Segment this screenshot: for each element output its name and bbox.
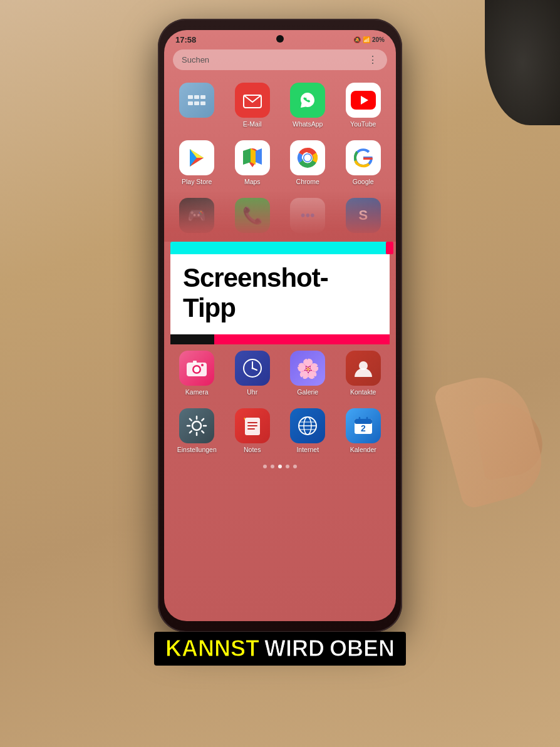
black-accent-bottom (170, 334, 214, 344)
app-label-google: Google (353, 178, 374, 185)
camera-notch (276, 35, 284, 43)
svg-rect-4 (194, 101, 199, 105)
subtitle-word1: KANNST (165, 636, 259, 661)
app-item-google[interactable]: Google (337, 137, 390, 189)
app-item-samsung2[interactable]: S (337, 194, 390, 239)
app-item-playstore[interactable]: Play Store (170, 137, 224, 189)
app-label-chrome: Chrome (296, 178, 319, 185)
svg-rect-25 (193, 361, 197, 364)
status-time: 17:58 (175, 35, 196, 44)
network-icon: 📶 (363, 36, 370, 43)
whatsapp-icon-svg (296, 88, 319, 112)
app-grid-row5: Einstellungen Notes (164, 402, 396, 460)
einstellungen-icon (179, 408, 214, 443)
page-dot-5 (293, 465, 297, 468)
app-label-kamera: Kamera (185, 388, 209, 396)
app-item-more[interactable]: ••• (281, 194, 334, 239)
app-grid-row2: Play Store Maps (164, 134, 396, 192)
maps-icon (235, 140, 270, 175)
app-label-internet: Internet (296, 446, 319, 453)
maps-icon-svg (241, 146, 264, 170)
app-item-email[interactable]: E-Mail (226, 79, 279, 131)
kontakte-icon (346, 351, 381, 386)
app-item-einstellungen[interactable]: Einstellungen (170, 404, 224, 457)
app-grid-row4: Kamera Uhr 🌸 Galerie (164, 344, 396, 402)
app-label-whatsapp: WhatsApp (293, 120, 323, 128)
app-item-phone[interactable]: 📞 (226, 194, 279, 239)
app-grid-row1: E-Mail WhatsApp (164, 76, 396, 134)
app-grid-row3-partial: 🎮 📞 ••• S (164, 192, 396, 242)
app-item-kontakte[interactable]: Kontakte (337, 347, 390, 399)
samsung-logo-svg (185, 89, 208, 111)
tiktok-red-accent (386, 242, 393, 254)
app-item-internet[interactable]: Internet (281, 404, 334, 457)
app-item-whatsapp[interactable]: WhatsApp (281, 79, 334, 131)
page-dot-2 (271, 465, 274, 468)
chrome-icon (290, 140, 325, 175)
svg-point-21 (304, 155, 311, 162)
banner-text: Screenshot-Tipp (183, 263, 328, 322)
app-label-kalender: Kalender (350, 446, 376, 453)
svg-rect-0 (188, 95, 193, 99)
app-label-einstellungen: Einstellungen (177, 446, 217, 453)
google-icon-svg (351, 146, 375, 170)
kamera-icon-svg (185, 356, 209, 380)
red-accent-bottom (214, 334, 390, 344)
playstore-icon (179, 140, 214, 175)
app-item-samsung[interactable] (170, 79, 224, 131)
search-bar[interactable]: Suchen ⋮ (173, 49, 387, 70)
svg-point-32 (192, 421, 201, 430)
app-item-game[interactable]: 🎮 (170, 194, 224, 239)
svg-rect-3 (188, 101, 193, 105)
phone-screen: 17:58 🔕 📶 20% Suchen ⋮ (164, 30, 396, 621)
chrome-icon-svg (295, 145, 320, 170)
app-item-kamera[interactable]: Kamera (170, 347, 224, 399)
svg-marker-16 (251, 148, 256, 165)
svg-marker-17 (256, 148, 262, 165)
app-item-uhr[interactable]: Uhr (226, 347, 279, 399)
subtitle-word3: OBEN (329, 636, 395, 661)
banner-white: Screenshot-Tipp (170, 254, 390, 334)
page-dot-3 (278, 465, 282, 468)
youtube-icon (346, 83, 381, 118)
app-label-playstore: Play Store (182, 178, 212, 185)
samsung2-icon: S (346, 198, 381, 233)
email-icon-svg (241, 89, 264, 111)
notes-icon (235, 408, 270, 443)
app-item-kalender[interactable]: 2 Kalender (337, 404, 390, 457)
menu-icon[interactable]: ⋮ (368, 54, 378, 66)
playstore-icon-svg (185, 146, 209, 170)
svg-point-30 (251, 368, 253, 369)
app-item-galerie[interactable]: 🌸 Galerie (281, 347, 334, 399)
samsung-icon (179, 83, 214, 118)
phone-device: 17:58 🔕 📶 20% Suchen ⋮ (158, 19, 402, 632)
app-item-youtube[interactable]: YouTube (337, 79, 390, 131)
app-label-maps: Maps (244, 178, 261, 185)
notes-icon-svg (241, 414, 264, 438)
youtube-icon-svg (351, 91, 376, 110)
app-label-notes: Notes (244, 446, 261, 453)
uhr-icon-svg (241, 356, 264, 380)
whatsapp-icon (290, 83, 325, 118)
subtitle-word2: WIRD (264, 636, 324, 661)
kamera-icon (179, 351, 214, 386)
galerie-icon: 🌸 (290, 351, 325, 386)
page-dot-1 (263, 465, 267, 468)
internet-icon-svg (296, 414, 319, 438)
svg-rect-2 (200, 95, 205, 99)
svg-rect-1 (194, 95, 199, 99)
app-label-kontakte: Kontakte (350, 388, 376, 396)
more-icon: ••• (290, 198, 325, 233)
battery-text: 20% (372, 36, 385, 43)
app-item-maps[interactable]: Maps (226, 137, 279, 189)
tiktok-accent-top (170, 242, 390, 254)
internet-icon (290, 408, 325, 443)
google-icon (346, 140, 381, 175)
app-item-notes[interactable]: Notes (226, 404, 279, 457)
svg-point-24 (194, 367, 200, 373)
app-label-galerie: Galerie (297, 388, 318, 396)
app-item-chrome[interactable]: Chrome (281, 137, 334, 189)
kalender-icon-svg: 2 (351, 414, 375, 438)
svg-marker-15 (243, 148, 251, 165)
svg-text:2: 2 (361, 423, 366, 433)
